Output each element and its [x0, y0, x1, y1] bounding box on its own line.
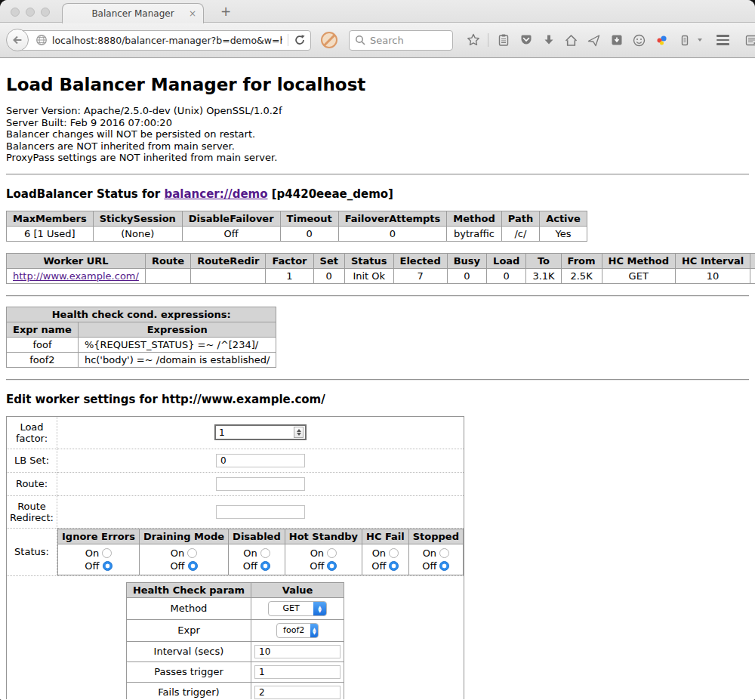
col-stopped: Stopped	[408, 529, 463, 544]
hot-standby-radios: On Off	[285, 544, 362, 575]
draining-mode-off-radio[interactable]	[188, 561, 198, 571]
load-factor-label: Load factor:	[7, 416, 57, 449]
disabled-on-radio[interactable]	[260, 548, 270, 558]
server-built-line: Server Built: Feb 9 2016 07:00:20	[6, 117, 749, 129]
url-text[interactable]: localhost:8880/balancer-manager?b=demo&w…	[52, 35, 282, 46]
traffic-lights[interactable]	[11, 8, 50, 17]
clipboard-icon	[497, 33, 510, 47]
worker-url-link[interactable]: http://www.example.com/	[13, 270, 139, 282]
select-stepper-icon: ▲▼	[310, 624, 318, 637]
status-label: Status:	[7, 528, 57, 575]
worker-settings-table: Load factor: LB Set: Route: Route Redire…	[6, 416, 464, 700]
bookmark-star-button[interactable]	[463, 30, 483, 51]
col-stickysession: StickySession	[93, 211, 182, 226]
col-expression: Expression	[78, 322, 276, 337]
send-tab-button[interactable]	[584, 30, 604, 51]
content-blocked-icon[interactable]	[321, 32, 337, 48]
tab-close-icon[interactable]: ×	[189, 8, 196, 19]
paper-plane-icon	[587, 33, 601, 48]
ignore-errors-on-radio[interactable]	[102, 548, 112, 558]
col-hc-value: Value	[251, 582, 344, 597]
ignore-errors-radios: On Off	[58, 544, 140, 575]
stopped-off-radio[interactable]	[439, 561, 449, 571]
disabled-off-radio[interactable]	[260, 561, 270, 571]
reload-icon[interactable]	[294, 34, 306, 46]
hc-fail-off-radio[interactable]	[389, 561, 399, 571]
divider	[6, 295, 749, 297]
stopped-radios: On Off	[408, 544, 463, 575]
hc-fail-on-radio[interactable]	[389, 548, 399, 558]
dropdown-caret-icon[interactable]	[698, 39, 702, 42]
load-factor-field-wrap	[214, 424, 307, 440]
stopped-on-radio[interactable]	[439, 548, 449, 558]
search-bar[interactable]: Search	[349, 30, 453, 51]
col-method: Method	[447, 211, 501, 226]
grid-icon	[744, 33, 755, 48]
table-row: 6 [1 Used] (None) Off 0 0 bytraffic /c/ …	[7, 226, 587, 241]
lb-set-input[interactable]	[216, 454, 305, 467]
select-stepper-icon: ▲▼	[313, 602, 326, 615]
battery-icon	[678, 33, 692, 47]
toolbar-divider	[488, 33, 488, 47]
back-button[interactable]	[6, 29, 29, 51]
pocket-button[interactable]	[516, 30, 536, 51]
minimize-window-button[interactable]	[26, 8, 35, 17]
route-redirect-input[interactable]	[216, 505, 305, 519]
hot-standby-off-radio[interactable]	[327, 561, 337, 571]
session-manager-button[interactable]	[674, 30, 695, 51]
ignore-errors-off-radio[interactable]	[103, 561, 112, 571]
new-tab-button[interactable]: +	[214, 2, 237, 20]
draining-mode-on-radio[interactable]	[187, 548, 197, 558]
heading-suffix: [p4420eeae_demo]	[268, 187, 393, 201]
persist-notice-line: Balancer changes will NOT be persisted o…	[6, 128, 749, 140]
downloads-button[interactable]	[538, 30, 559, 51]
fails-input[interactable]	[254, 686, 341, 699]
page-title: Load Balancer Manager for localhost	[6, 75, 749, 94]
home-button[interactable]	[561, 30, 581, 51]
route-input[interactable]	[216, 477, 305, 491]
passes-label: Passes trigger	[126, 661, 251, 682]
globe-icon	[35, 34, 48, 46]
disabled-radios: On Off	[229, 544, 285, 575]
expr-select[interactable]: foof2 ▲▼	[276, 623, 319, 638]
extension-button[interactable]	[652, 30, 672, 51]
titlebar: Balancer Manager × +	[0, 0, 755, 23]
draining-mode-radios: On Off	[139, 544, 228, 575]
url-bar[interactable]: localhost:8880/balancer-manager?b=demo&w…	[17, 30, 311, 51]
health-check-expressions-table: Health check cond. expressions: Expr nam…	[6, 307, 276, 368]
hot-standby-on-radio[interactable]	[327, 548, 337, 558]
bookmarks-panel-button[interactable]	[741, 30, 755, 51]
load-factor-input[interactable]	[216, 427, 294, 438]
menu-button[interactable]	[713, 30, 733, 51]
col-ignore-errors: Ignore Errors	[58, 529, 140, 544]
col-maxmembers: MaxMembers	[7, 211, 94, 226]
expr-row: foof %{REQUEST_STATUS} =~ /^[234]/	[7, 337, 276, 352]
status-options-table: Ignore Errors Draining Mode Disabled Hot…	[57, 529, 464, 575]
search-placeholder: Search	[370, 35, 404, 46]
square-download-icon	[610, 33, 624, 47]
server-info: Server Version: Apache/2.5.0-dev (Unix) …	[6, 105, 749, 164]
zoom-window-button[interactable]	[41, 8, 50, 17]
interval-input[interactable]	[254, 645, 341, 658]
home-icon	[564, 33, 578, 48]
tab-balancer-manager[interactable]: Balancer Manager ×	[62, 3, 204, 23]
interval-label: Interval (secs)	[126, 641, 251, 661]
reading-list-button[interactable]	[493, 30, 513, 51]
close-window-button[interactable]	[11, 8, 20, 17]
number-stepper-icon[interactable]	[294, 427, 304, 438]
method-select[interactable]: GET ▲▼	[268, 601, 327, 616]
col-worker-url: Worker URL	[7, 253, 146, 268]
pocket-icon	[519, 33, 533, 47]
balancer-demo-link[interactable]: balancer://demo	[164, 187, 267, 201]
table-header-row: MaxMembers StickySession DisableFailover…	[7, 211, 587, 226]
col-disabled: Disabled	[229, 529, 285, 544]
download-panel-button[interactable]	[606, 30, 627, 51]
passes-input[interactable]	[254, 665, 341, 679]
route-redirect-label: Route Redirect:	[7, 495, 57, 528]
lb-set-label: LB Set:	[7, 449, 57, 472]
col-disablefailover: DisableFailover	[182, 211, 280, 226]
server-version-line: Server Version: Apache/2.5.0-dev (Unix) …	[6, 105, 749, 117]
worker-row: http://www.example.com/ 1 0 Init Ok 7 0 …	[7, 268, 755, 283]
feedback-button[interactable]	[629, 30, 649, 51]
col-timeout: Timeout	[280, 211, 338, 226]
